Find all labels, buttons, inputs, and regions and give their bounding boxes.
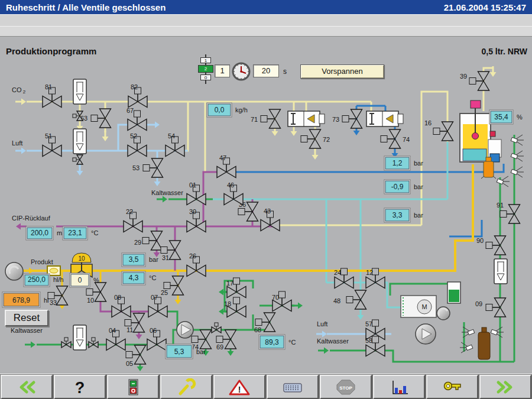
valve-53[interactable]: 53 bbox=[132, 158, 163, 177]
valve-09[interactable]: 09 bbox=[475, 298, 506, 317]
valve-number: 29 bbox=[134, 239, 141, 246]
valve-52[interactable]: 52 bbox=[128, 132, 147, 157]
valve-22[interactable]: 22 bbox=[124, 208, 142, 232]
valve-18[interactable]: 18 bbox=[224, 297, 246, 317]
chevrons-left-icon bbox=[15, 378, 38, 396]
valve-05[interactable]: 05 bbox=[126, 345, 146, 367]
valve-71[interactable]: 71 bbox=[251, 109, 281, 128]
spray-nozzle-icon bbox=[460, 342, 473, 353]
display-water-temp: 89,3°C bbox=[259, 335, 296, 349]
valve-number: 24 bbox=[334, 269, 341, 276]
display-co2-flow: 0,0kg/h bbox=[207, 103, 248, 117]
valve-08[interactable]: 08 bbox=[112, 294, 131, 317]
toolbar-button-keyboard[interactable] bbox=[267, 375, 319, 399]
valve-26[interactable]: 26 bbox=[187, 252, 206, 277]
valve-69[interactable]: 69 bbox=[216, 330, 236, 351]
toolbar-button-help[interactable]: ? bbox=[54, 375, 106, 399]
pump[interactable] bbox=[437, 307, 450, 320]
valve-58[interactable]: 58 bbox=[365, 336, 385, 356]
toolbar-button-back[interactable] bbox=[1, 375, 53, 399]
step-number-field[interactable]: 1 bbox=[215, 64, 230, 77]
display-pressure-1: 1,2bar bbox=[384, 156, 423, 170]
pump[interactable] bbox=[5, 262, 23, 280]
valve-46[interactable]: 46 bbox=[224, 181, 243, 205]
display-volume-counter: 678,9hl bbox=[2, 292, 49, 307]
valve-82[interactable]: 82 bbox=[128, 83, 147, 108]
valve-number: 52 bbox=[130, 132, 137, 140]
alarm-line-1 bbox=[0, 14, 532, 27]
vorspannen-button[interactable]: Vorspannen bbox=[300, 64, 384, 79]
valve-06[interactable]: 06 bbox=[147, 327, 166, 351]
keyboard-icon bbox=[281, 378, 304, 396]
valve-51[interactable]: 51 bbox=[43, 132, 61, 157]
svg-text:!: ! bbox=[238, 385, 241, 394]
datetime: 21.06.2004 15:25:47 bbox=[444, 2, 526, 12]
valve-16[interactable]: 16 bbox=[424, 119, 453, 141]
motor-unit[interactable]: M bbox=[401, 296, 436, 317]
valve-29[interactable]: 29 bbox=[134, 231, 163, 250]
valve-67[interactable]: 67 bbox=[126, 107, 147, 131]
display-water-pressure: 5,3bar bbox=[166, 344, 206, 359]
valve-number: 68 bbox=[254, 326, 261, 333]
svg-text:°C: °C bbox=[288, 339, 296, 346]
valve-number: 26 bbox=[189, 252, 196, 259]
valve-74[interactable]: 74 bbox=[381, 129, 410, 148]
pipe-green-45 bbox=[390, 284, 447, 296]
timer-clock-icon bbox=[233, 63, 249, 80]
display-cip-temp: 23,1°C bbox=[63, 226, 98, 240]
toolbar-button-switch[interactable] bbox=[107, 375, 159, 399]
valve-number: 33 bbox=[50, 299, 57, 306]
toolbar-button-login[interactable] bbox=[426, 375, 478, 399]
question-icon: ? bbox=[68, 378, 92, 396]
valve-31[interactable]: 31 bbox=[161, 241, 181, 261]
valve-number: 81 bbox=[45, 83, 52, 90]
valve-number: 08 bbox=[114, 294, 121, 301]
valve-72[interactable]: 72 bbox=[301, 129, 330, 148]
toolbar-button-trend[interactable] bbox=[373, 375, 425, 399]
svg-text:0: 0 bbox=[78, 276, 82, 284]
valve-07[interactable]: 07 bbox=[148, 294, 167, 317]
svg-text:bar: bar bbox=[149, 256, 158, 263]
svg-text:89,3: 89,3 bbox=[265, 338, 279, 346]
valve-number: 09 bbox=[475, 300, 482, 307]
manual-valve bbox=[61, 338, 71, 348]
valve-74[interactable]: 74 bbox=[192, 330, 212, 351]
product-label: 0,5 ltr. NRW bbox=[481, 47, 527, 56]
valve-54[interactable]: 54 bbox=[166, 132, 184, 157]
valve-04[interactable]: 04 bbox=[106, 327, 125, 351]
svg-text:35,4: 35,4 bbox=[494, 113, 508, 121]
toolbar-button-forward[interactable] bbox=[479, 375, 531, 399]
valve-number: 51 bbox=[45, 132, 52, 140]
valve-68[interactable]: 68 bbox=[254, 313, 275, 333]
step-time-field[interactable]: 20 bbox=[253, 64, 279, 77]
flow-arrow bbox=[16, 223, 27, 230]
toolbar-button-stop[interactable]: STOP bbox=[320, 375, 372, 399]
valve-47[interactable]: 47 bbox=[217, 154, 236, 178]
pump[interactable] bbox=[177, 322, 193, 338]
valve-25[interactable]: 25 bbox=[161, 276, 184, 296]
line-label: Kaltwasser bbox=[151, 189, 183, 196]
valve-43[interactable]: 43 bbox=[261, 207, 280, 231]
svg-text:-0,9: -0,9 bbox=[391, 183, 404, 191]
valve-73[interactable]: 73 bbox=[332, 109, 362, 128]
toolbar-button-service[interactable] bbox=[160, 375, 212, 399]
filter-strainer bbox=[494, 259, 507, 284]
valve-70[interactable]: 70 bbox=[272, 291, 291, 312]
pump[interactable] bbox=[416, 324, 436, 344]
valve-39[interactable]: 39 bbox=[460, 72, 489, 90]
valve-33[interactable]: 33 bbox=[48, 286, 68, 306]
valve-number: 67 bbox=[126, 107, 134, 114]
pipe-steel-18 bbox=[235, 164, 504, 172]
valve-90[interactable]: 90 bbox=[476, 236, 506, 255]
line-label: Produkt bbox=[31, 258, 53, 265]
flow-arrow bbox=[157, 196, 167, 203]
flow-arrow bbox=[149, 122, 160, 128]
valve-11[interactable]: 11 bbox=[125, 313, 145, 333]
toolbar-button-alarm[interactable]: ! bbox=[213, 375, 265, 399]
valve-63[interactable]: 63 bbox=[80, 109, 111, 128]
line-label: CIP-Rücklauf bbox=[12, 215, 51, 222]
valve-81[interactable]: 81 bbox=[43, 83, 61, 108]
svg-text:250,0: 250,0 bbox=[28, 275, 46, 284]
reset-button[interactable]: Reset bbox=[5, 310, 48, 326]
flow-arrow bbox=[102, 131, 109, 141]
